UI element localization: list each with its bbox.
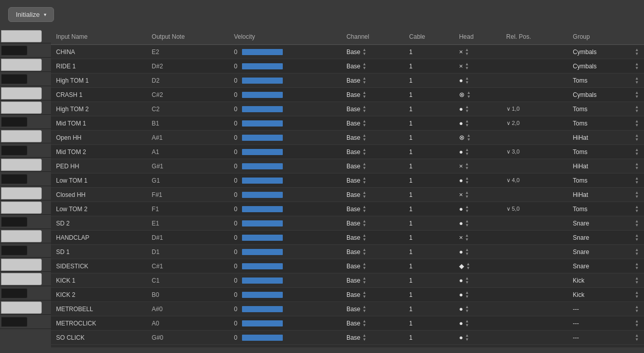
cell-channel[interactable]: Base ▲▼	[341, 173, 404, 188]
velocity-bar[interactable]	[242, 49, 283, 55]
head-spinner[interactable]: ▲▼	[465, 305, 469, 313]
group-spinner[interactable]: ▲▼	[635, 176, 639, 185]
table-row[interactable]: Low TOM 2F10Base ▲▼1●▲▼∨ 5,0Toms▲▼	[51, 202, 644, 216]
table-row[interactable]: SD 2E10Base ▲▼1●▲▼Snare▲▼	[51, 216, 644, 231]
table-row[interactable]: Open HHA#10Base ▲▼1⊗▲▼HiHat▲▼	[51, 131, 644, 145]
cell-velocity[interactable]: 0	[229, 88, 341, 102]
table-row[interactable]: KICK 1C10Base ▲▼1●▲▼Kick▲▼	[51, 273, 644, 288]
group-spinner[interactable]: ▲▼	[635, 77, 639, 85]
cell-velocity[interactable]: 0	[229, 273, 341, 288]
cell-group[interactable]: Kick▲▼	[568, 288, 644, 302]
cell-head[interactable]: ×▲▼	[454, 188, 501, 202]
cell-head[interactable]: ●▲▼	[454, 245, 501, 259]
cell-group[interactable]: Snare▲▼	[568, 216, 644, 231]
velocity-bar[interactable]	[242, 178, 283, 184]
cell-head[interactable]: ●▲▼	[454, 216, 501, 231]
group-spinner[interactable]: ▲▼	[635, 48, 639, 56]
cell-velocity[interactable]: 0	[229, 145, 341, 159]
cell-head[interactable]: ×▲▼	[454, 159, 501, 173]
velocity-bar[interactable]	[242, 220, 283, 226]
group-spinner[interactable]: ▲▼	[635, 162, 639, 170]
mapping-table-container[interactable]: Input Name Output Note Velocity Channel …	[51, 29, 644, 347]
cell-head[interactable]: ×▲▼	[454, 59, 501, 73]
velocity-bar[interactable]	[242, 278, 283, 284]
velocity-bar[interactable]	[242, 120, 283, 127]
channel-spinner[interactable]: ▲▼	[362, 234, 366, 242]
cell-group[interactable]: Snare▲▼	[568, 245, 644, 259]
cell-velocity[interactable]: 0	[229, 159, 341, 173]
cell-velocity[interactable]: 0	[229, 59, 341, 73]
velocity-bar[interactable]	[242, 92, 283, 98]
cell-velocity[interactable]: 0	[229, 302, 341, 316]
velocity-bar[interactable]	[242, 149, 283, 155]
head-spinner[interactable]: ▲▼	[467, 134, 471, 142]
cell-group[interactable]: Cymbals▲▼	[568, 59, 644, 73]
cell-velocity[interactable]: 0	[229, 202, 341, 216]
head-spinner[interactable]: ▲▼	[465, 48, 469, 56]
group-spinner[interactable]: ▲▼	[635, 62, 639, 70]
cell-group[interactable]: Cymbals▲▼	[568, 88, 644, 102]
velocity-bar[interactable]	[242, 206, 283, 212]
head-spinner[interactable]: ▲▼	[465, 219, 469, 228]
head-spinner[interactable]: ▲▼	[465, 334, 469, 342]
cell-channel[interactable]: Base ▲▼	[341, 245, 404, 259]
cell-head[interactable]: ●▲▼	[454, 145, 501, 159]
velocity-bar[interactable]	[242, 263, 283, 269]
table-row[interactable]: SD 1D10Base ▲▼1●▲▼Snare▲▼	[51, 245, 644, 259]
cell-channel[interactable]: Base ▲▼	[341, 116, 404, 131]
cell-group[interactable]: Snare▲▼	[568, 231, 644, 245]
cell-velocity[interactable]: 0	[229, 73, 341, 88]
group-spinner[interactable]: ▲▼	[635, 119, 639, 128]
cell-velocity[interactable]: 0	[229, 331, 341, 345]
table-row[interactable]: High TOM 2C20Base ▲▼1●▲▼∨ 1,0Toms▲▼	[51, 102, 644, 116]
cell-group[interactable]: Toms▲▼	[568, 145, 644, 159]
cell-group[interactable]: ---▲▼	[568, 302, 644, 316]
cell-head[interactable]: ●▲▼	[454, 202, 501, 216]
channel-spinner[interactable]: ▲▼	[362, 219, 366, 228]
cell-head[interactable]: ⊗▲▼	[454, 88, 501, 102]
cell-channel[interactable]: Base ▲▼	[341, 316, 404, 331]
cell-group[interactable]: HiHat▲▼	[568, 131, 644, 145]
cell-velocity[interactable]: 0	[229, 45, 341, 59]
head-spinner[interactable]: ▲▼	[465, 291, 469, 299]
cell-group[interactable]: Cymbals▲▼	[568, 45, 644, 59]
group-spinner[interactable]: ▲▼	[635, 334, 639, 342]
table-row[interactable]: CRASH 1C#20Base ▲▼1⊗▲▼Cymbals▲▼	[51, 88, 644, 102]
cell-head[interactable]: ●▲▼	[454, 316, 501, 331]
cell-velocity[interactable]: 0	[229, 216, 341, 231]
group-spinner[interactable]: ▲▼	[635, 148, 639, 156]
cell-velocity[interactable]: 0	[229, 316, 341, 331]
channel-spinner[interactable]: ▲▼	[362, 176, 366, 185]
group-spinner[interactable]: ▲▼	[635, 134, 639, 142]
table-row[interactable]: METROCLICKA00Base ▲▼1●▲▼---▲▼	[51, 316, 644, 331]
channel-spinner[interactable]: ▲▼	[362, 305, 366, 313]
cell-group[interactable]: Toms▲▼	[568, 173, 644, 188]
cell-channel[interactable]: Base ▲▼	[341, 331, 404, 345]
cell-channel[interactable]: Base ▲▼	[341, 188, 404, 202]
group-spinner[interactable]: ▲▼	[635, 276, 639, 285]
cell-channel[interactable]: Base ▲▼	[341, 102, 404, 116]
head-spinner[interactable]: ▲▼	[465, 248, 469, 256]
group-spinner[interactable]: ▲▼	[635, 319, 639, 327]
group-spinner[interactable]: ▲▼	[635, 234, 639, 242]
channel-spinner[interactable]: ▲▼	[362, 62, 366, 70]
cell-channel[interactable]: Base ▲▼	[341, 159, 404, 173]
channel-spinner[interactable]: ▲▼	[362, 205, 366, 213]
cell-head[interactable]: ⊗▲▼	[454, 131, 501, 145]
table-row[interactable]: Mid TOM 2A10Base ▲▼1●▲▼∨ 3,0Toms▲▼	[51, 145, 644, 159]
cell-head[interactable]: ●▲▼	[454, 73, 501, 88]
channel-spinner[interactable]: ▲▼	[362, 191, 366, 199]
cell-head[interactable]: ◆▲▼	[454, 259, 501, 273]
group-spinner[interactable]: ▲▼	[635, 91, 639, 99]
head-spinner[interactable]: ▲▼	[465, 234, 469, 242]
velocity-bar[interactable]	[242, 135, 283, 141]
channel-spinner[interactable]: ▲▼	[362, 334, 366, 342]
cell-group[interactable]: HiHat▲▼	[568, 188, 644, 202]
head-spinner[interactable]: ▲▼	[465, 205, 469, 213]
cell-channel[interactable]: Base ▲▼	[341, 88, 404, 102]
cell-head[interactable]: ●▲▼	[454, 302, 501, 316]
head-spinner[interactable]: ▲▼	[465, 319, 469, 327]
head-spinner[interactable]: ▲▼	[465, 105, 469, 113]
channel-spinner[interactable]: ▲▼	[362, 319, 366, 327]
cell-channel[interactable]: Base ▲▼	[341, 45, 404, 59]
